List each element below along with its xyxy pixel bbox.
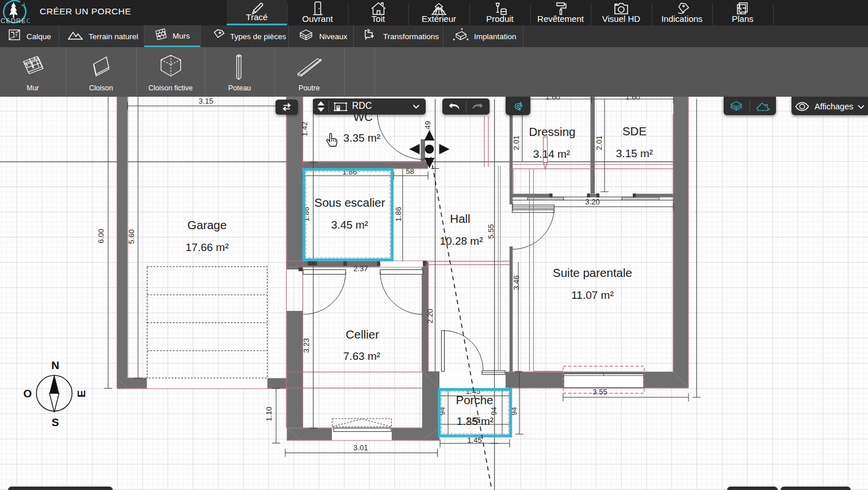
svg-text:2.01: 2.01 xyxy=(595,135,603,150)
svg-text:17.66 m²: 17.66 m² xyxy=(186,241,229,253)
svg-text:1.86: 1.86 xyxy=(394,207,403,221)
svg-text:6.00: 6.00 xyxy=(97,229,105,243)
svg-text:5.55: 5.55 xyxy=(487,224,495,238)
svg-text:11.07 m²: 11.07 m² xyxy=(571,289,614,301)
svg-text:94: 94 xyxy=(490,407,498,415)
svg-text:CEDREO: CEDREO xyxy=(1,17,30,24)
svg-text:3.14 m²: 3.14 m² xyxy=(533,148,570,160)
svg-text:Garage: Garage xyxy=(188,218,227,231)
svg-text:2.37: 2.37 xyxy=(353,264,368,273)
svg-text:1.42: 1.42 xyxy=(300,121,309,136)
svg-text:N: N xyxy=(51,359,59,371)
svg-text:3.01: 3.01 xyxy=(353,443,368,452)
svg-text:1.35 m²: 1.35 m² xyxy=(457,415,494,427)
svg-text:2.01: 2.01 xyxy=(512,135,521,150)
svg-text:10.28 m²: 10.28 m² xyxy=(440,235,483,247)
svg-text:3.55: 3.55 xyxy=(592,388,607,396)
svg-text:1.60: 1.60 xyxy=(625,97,640,101)
svg-text:Sous escalier: Sous escalier xyxy=(314,196,385,209)
svg-text:3.15: 3.15 xyxy=(198,97,213,105)
svg-text:3.46: 3.46 xyxy=(512,275,521,290)
svg-text:O: O xyxy=(24,388,32,400)
svg-text:3.23: 3.23 xyxy=(302,338,311,352)
svg-text:5.60: 5.60 xyxy=(127,229,136,244)
svg-text:.49: .49 xyxy=(423,121,432,131)
svg-text:Dressing: Dressing xyxy=(529,125,576,138)
svg-text:2.20: 2.20 xyxy=(426,309,434,323)
svg-text:3.35 m²: 3.35 m² xyxy=(343,132,380,144)
svg-text:3.45 m²: 3.45 m² xyxy=(331,219,368,231)
svg-text:7.63 m²: 7.63 m² xyxy=(343,350,380,362)
svg-text:3.20: 3.20 xyxy=(585,197,599,206)
svg-text:SDE: SDE xyxy=(622,124,647,138)
svg-text:Cellier: Cellier xyxy=(346,328,379,341)
svg-text:58: 58 xyxy=(406,167,414,176)
svg-text:1.60: 1.60 xyxy=(545,97,560,101)
svg-text:E: E xyxy=(75,390,87,398)
svg-text:Hall: Hall xyxy=(450,212,470,225)
svg-text:S: S xyxy=(52,416,59,428)
svg-text:1.10: 1.10 xyxy=(265,407,273,421)
svg-text:Suite parentale: Suite parentale xyxy=(553,266,632,279)
svg-text:LT: LT xyxy=(13,33,18,37)
svg-text:3.15 m²: 3.15 m² xyxy=(616,147,653,159)
